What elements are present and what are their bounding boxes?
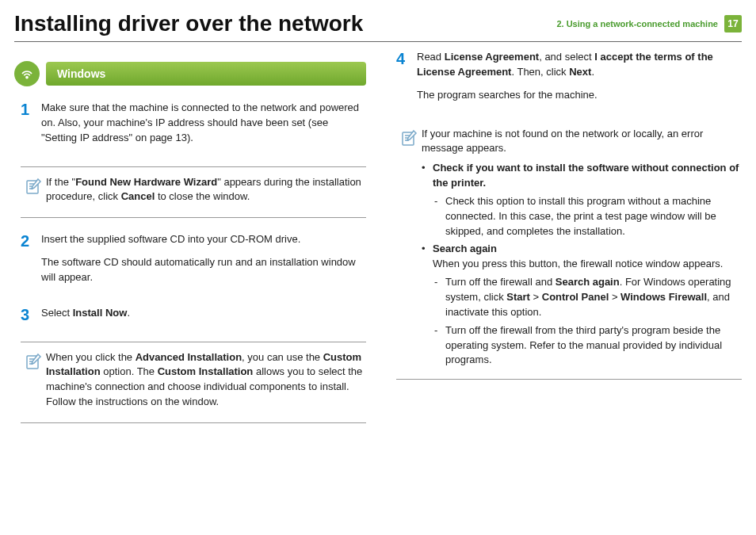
wifi-icon	[14, 61, 40, 86]
note-body: If your machine is not found on the netw…	[422, 127, 742, 372]
step-number: 1	[21, 101, 41, 154]
page-title: Installing driver over the network	[14, 11, 363, 36]
note-icon	[21, 350, 46, 415]
content: Windows 1 Make sure that the machine is …	[0, 48, 756, 438]
note-body: When you click the Advanced Installation…	[46, 350, 366, 415]
step-1: 1 Make sure that the machine is connecte…	[14, 101, 366, 154]
step-4: 4 Read License Agreement, and select I a…	[390, 50, 742, 111]
chapter-label: 2. Using a network-connected machine	[556, 19, 718, 29]
note-2: When you click the Advanced Installation…	[21, 342, 366, 423]
note-3: If your machine is not found on the netw…	[396, 124, 742, 380]
divider	[14, 41, 742, 42]
bullet-2: • Search again When you press this butto…	[422, 242, 742, 368]
step-number: 4	[396, 50, 417, 111]
page-header: Installing driver over the network 2. Us…	[0, 0, 756, 41]
page-number: 17	[724, 15, 742, 32]
step-2: 2 Insert the supplied software CD into y…	[14, 232, 366, 293]
step-text: Select Install Now.	[41, 306, 366, 329]
right-column: 4 Read License Agreement, and select I a…	[390, 48, 742, 438]
svg-point-0	[26, 76, 28, 78]
header-right: 2. Using a network-connected machine 17	[556, 15, 742, 32]
note-1: If the "Found New Hardware Wizard" appea…	[21, 166, 366, 219]
step-text: Insert the supplied software CD into you…	[41, 232, 366, 293]
step-3: 3 Select Install Now.	[14, 306, 366, 329]
section-title: Windows	[46, 62, 366, 86]
bullet-1: • Check if you want to install the softw…	[422, 161, 742, 239]
note-icon	[21, 175, 46, 210]
left-column: Windows 1 Make sure that the machine is …	[14, 48, 366, 438]
note-icon	[396, 127, 422, 372]
step-text: Make sure that the machine is connected …	[41, 101, 366, 154]
note-body: If the "Found New Hardware Wizard" appea…	[46, 175, 366, 210]
section-heading: Windows	[14, 61, 366, 86]
step-number: 2	[21, 232, 41, 293]
step-number: 3	[21, 306, 41, 329]
step-text: Read License Agreement, and select I acc…	[417, 50, 742, 111]
